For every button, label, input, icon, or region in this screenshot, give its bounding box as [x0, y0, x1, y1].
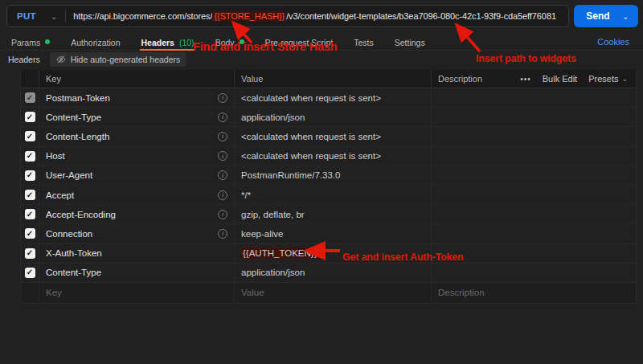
- more-options-icon[interactable]: •••: [520, 75, 531, 84]
- tab-tests[interactable]: Tests: [353, 35, 375, 50]
- tab-label: Tests: [354, 38, 374, 47]
- tab-authorization[interactable]: Authorization: [70, 35, 121, 50]
- header-key[interactable]: Host: [46, 151, 65, 161]
- presets-label: Presets: [588, 74, 618, 84]
- column-header-description: Description: [438, 74, 482, 84]
- row-checkbox[interactable]: ✓: [25, 131, 35, 141]
- header-value[interactable]: <calculated when request is sent>: [241, 132, 381, 141]
- header-value[interactable]: application/json: [241, 112, 305, 122]
- row-checkbox[interactable]: ✓: [25, 248, 35, 259]
- header-key[interactable]: Postman-Token: [46, 93, 110, 103]
- row-checkbox[interactable]: ✓: [25, 92, 35, 103]
- header-description[interactable]: [431, 127, 636, 145]
- info-icon: i: [218, 170, 227, 180]
- tab-count-badge: (10): [179, 38, 195, 47]
- header-key[interactable]: Content-Type: [46, 112, 101, 122]
- row-checkbox[interactable]: ✓: [25, 151, 35, 162]
- header-key[interactable]: User-Agent: [46, 170, 92, 180]
- header-key[interactable]: X-Auth-Token: [46, 248, 102, 258]
- row-checkbox[interactable]: ✓: [25, 190, 35, 200]
- url-prefix: https://api.bigcommerce.com/stores/: [73, 11, 212, 21]
- key-placeholder-input[interactable]: Key: [46, 288, 62, 297]
- divider: [0, 50, 643, 51]
- header-description[interactable]: [431, 205, 636, 223]
- row-checkbox[interactable]: ✓: [25, 112, 35, 122]
- header-description[interactable]: [431, 186, 636, 204]
- info-icon: i: [218, 151, 227, 161]
- auth-token-variable-value[interactable]: {{AUTH_TOKEN}}: [241, 247, 318, 259]
- info-icon: i: [218, 112, 227, 122]
- bulk-edit-button[interactable]: Bulk Edit: [543, 74, 577, 84]
- green-dot-icon: [240, 39, 244, 44]
- header-description[interactable]: [431, 244, 636, 263]
- chevron-down-icon: ⌄: [51, 12, 57, 21]
- value-placeholder-input[interactable]: Value: [241, 288, 264, 297]
- send-button-label: Send: [574, 10, 622, 22]
- green-dot-icon: [45, 39, 50, 44]
- header-key[interactable]: Connection: [46, 229, 92, 239]
- header-value[interactable]: keep-alive: [241, 229, 283, 239]
- presets-dropdown[interactable]: Presets ⌄: [588, 74, 628, 84]
- info-icon: i: [218, 93, 227, 103]
- row-checkbox[interactable]: ✓: [25, 209, 35, 219]
- postman-request-window: PUT ⌄ https://api.bigcommerce.com/stores…: [0, 0, 643, 364]
- header-description[interactable]: [431, 264, 636, 282]
- table-row: ✓Connectionikeep-alive: [21, 224, 636, 243]
- header-value[interactable]: <calculated when request is sent>: [241, 151, 381, 161]
- request-tabs: ParamsAuthorizationHeaders(10)BodyPre-re…: [10, 35, 643, 50]
- header-value[interactable]: */*: [241, 190, 251, 200]
- tab-label: Params: [11, 38, 40, 47]
- tab-label: Pre-request Script: [265, 38, 334, 47]
- hide-autogenerated-headers-button[interactable]: Hide auto-generated headers: [50, 52, 187, 67]
- new-header-placeholder-row: Key Value Description: [21, 283, 636, 304]
- header-key[interactable]: Accept-Encoding: [46, 210, 116, 219]
- tab-label: Settings: [395, 38, 425, 47]
- header-key[interactable]: Content-Type: [46, 268, 101, 277]
- header-value[interactable]: PostmanRuntime/7.33.0: [241, 170, 340, 180]
- table-row: ✓Hosti<calculated when request is sent>: [21, 147, 636, 166]
- header-key[interactable]: Content-Length: [46, 132, 109, 141]
- tab-params[interactable]: Params: [10, 35, 51, 50]
- row-checkbox[interactable]: ✓: [25, 228, 35, 239]
- cookies-link[interactable]: Cookies: [597, 37, 629, 47]
- header-description[interactable]: [431, 108, 636, 126]
- row-checkbox[interactable]: ✓: [25, 170, 35, 181]
- request-url-bar: PUT ⌄ https://api.bigcommerce.com/stores…: [6, 5, 569, 27]
- header-description[interactable]: [431, 147, 636, 166]
- tab-settings[interactable]: Settings: [394, 35, 426, 50]
- tab-label: Authorization: [71, 38, 120, 47]
- table-row: ✓Content-Lengthi<calculated when request…: [21, 127, 636, 146]
- header-description[interactable]: [431, 166, 636, 185]
- tab-pre-request-script[interactable]: Pre-request Script: [264, 35, 334, 50]
- url-input[interactable]: https://api.bigcommerce.com/stores/{{STO…: [66, 11, 568, 21]
- header-key[interactable]: Accept: [46, 190, 74, 200]
- hide-autogenerated-headers-label: Hide auto-generated headers: [71, 55, 181, 64]
- headers-sub-bar: Headers Hide auto-generated headers: [8, 52, 186, 67]
- header-value[interactable]: gzip, deflate, br: [241, 210, 305, 219]
- info-icon: i: [218, 190, 227, 200]
- info-icon: i: [218, 229, 227, 239]
- store-hash-variable[interactable]: {{STORE_HASH}}: [212, 11, 286, 21]
- header-description[interactable]: [431, 88, 636, 107]
- table-header-row: Key Value Description ••• Bulk Edit Pres…: [21, 70, 636, 88]
- info-icon: i: [218, 210, 227, 219]
- header-value[interactable]: application/json: [241, 268, 305, 277]
- tab-body[interactable]: Body: [215, 35, 245, 50]
- table-row: ✓X-Auth-Token{{AUTH_TOKEN}}: [21, 244, 636, 264]
- table-toolbar: ••• Bulk Edit Presets ⌄: [520, 70, 628, 88]
- tab-label: Headers: [141, 38, 174, 47]
- method-selector[interactable]: PUT ⌄: [7, 6, 65, 27]
- description-placeholder-input[interactable]: Description: [438, 288, 485, 297]
- method-label: PUT: [17, 11, 36, 21]
- table-row: ✓User-AgentiPostmanRuntime/7.33.0: [21, 166, 636, 186]
- tab-label: Body: [215, 38, 235, 47]
- tab-headers[interactable]: Headers(10): [140, 35, 195, 50]
- column-header-key: Key: [46, 74, 61, 84]
- row-checkbox[interactable]: ✓: [25, 268, 35, 278]
- send-button[interactable]: Send ⌄: [574, 5, 638, 27]
- header-description[interactable]: [431, 224, 636, 243]
- table-row: ✓Content-Typeapplication/json: [21, 264, 636, 283]
- chevron-down-icon: ⌄: [621, 75, 628, 83]
- column-header-value: Value: [241, 74, 263, 84]
- header-value[interactable]: <calculated when request is sent>: [241, 93, 381, 103]
